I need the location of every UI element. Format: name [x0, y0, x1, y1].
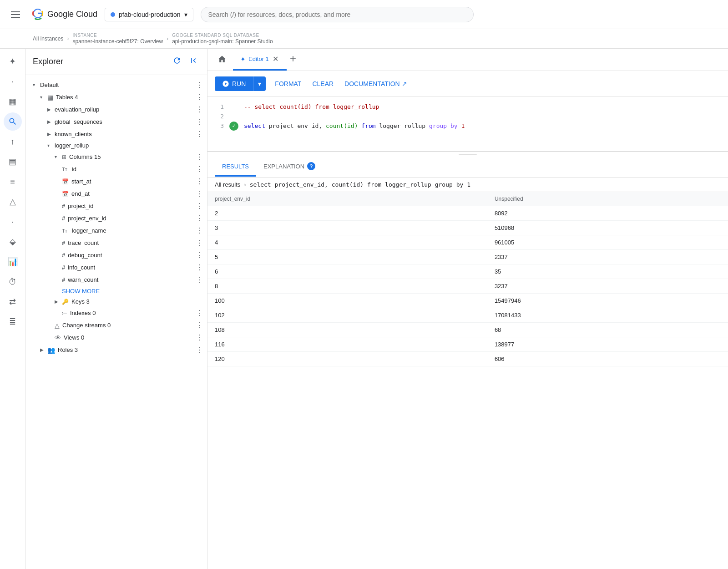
roles-icon: 👥: [47, 346, 55, 354]
database-link[interactable]: api-production-gsql-main: Spanner Studio: [172, 38, 273, 45]
more-debug[interactable]: ⋮: [196, 251, 203, 259]
more-trace[interactable]: ⋮: [196, 239, 203, 247]
cell-unspecified: 961005: [487, 235, 728, 250]
tree-label-trace: trace_count: [68, 239, 99, 246]
tree-item-eval-rollup[interactable]: ▶ evaluation_rollup ⋮: [25, 103, 207, 116]
sidebar-icon-alert[interactable]: △: [4, 193, 22, 211]
tree-item-columns[interactable]: ▾ ⊞ Columns 15 ⋮: [25, 151, 207, 163]
more-start[interactable]: ⋮: [196, 177, 203, 186]
results-tab-explanation[interactable]: EXPLANATION ?: [256, 157, 323, 177]
query-editor[interactable]: 1 -- select count(id) from logger_rollup…: [207, 97, 728, 152]
tree-item-info-count[interactable]: # info_count ⋮: [25, 261, 207, 274]
tab-home[interactable]: [211, 49, 233, 71]
sidebar-icon-dot2[interactable]: ·: [4, 213, 22, 231]
hamburger-menu[interactable]: [7, 8, 24, 21]
more-project-env[interactable]: ⋮: [196, 214, 203, 223]
sidebar-icon-list[interactable]: ≡: [4, 173, 22, 191]
cell-project-env-id: 116: [207, 337, 487, 352]
tree-item-default[interactable]: ▾ Default ⋮: [25, 79, 207, 91]
explorer-content: ▾ Default ⋮ ▾ ▦ Tables 4 ⋮ ▶ evaluation_…: [25, 75, 207, 569]
sidebar-icon-dot1[interactable]: ·: [4, 72, 22, 91]
tree-item-end-at[interactable]: 📅 end_at ⋮: [25, 188, 207, 200]
collapse-button[interactable]: [187, 54, 200, 69]
tree-item-global-seq[interactable]: ▶ global_sequences ⋮: [25, 116, 207, 128]
more-info[interactable]: ⋮: [196, 263, 203, 272]
table-row: 116138977: [207, 337, 728, 352]
tree-item-roles[interactable]: ▶ 👥 Roles 3 ⋮: [25, 344, 207, 356]
add-tab-button[interactable]: [288, 54, 298, 66]
project-selector[interactable]: pfab-cloud-production ▾: [105, 8, 193, 21]
show-more-button[interactable]: SHOW MORE: [25, 286, 103, 296]
documentation-button[interactable]: DOCUMENTATION ↗: [343, 76, 409, 91]
sidebar-icon-filter[interactable]: ⇄: [4, 293, 22, 311]
more-global[interactable]: ⋮: [196, 117, 203, 126]
results-tab-results[interactable]: RESULTS: [215, 157, 256, 177]
tree-item-indexes[interactable]: ≔ Indexes 0 ⋮: [25, 307, 207, 319]
tree-item-trace-count[interactable]: # trace_count ⋮: [25, 237, 207, 249]
hash-icon-warn: #: [62, 276, 65, 283]
more-columns[interactable]: ⋮: [196, 152, 203, 161]
sidebar-icon-upload[interactable]: ↑: [4, 132, 22, 151]
results-query-text: select project_env_id, count(id) from lo…: [250, 181, 470, 188]
table-row: 120606: [207, 352, 728, 366]
run-button-main[interactable]: RUN: [215, 76, 253, 91]
more-indexes[interactable]: ⋮: [196, 309, 203, 317]
tree-item-logger-rollup[interactable]: ▾ logger_rollup: [25, 140, 207, 151]
clear-button[interactable]: CLEAR: [310, 76, 335, 91]
tree-label-debug: debug_count: [68, 252, 102, 259]
more-eval[interactable]: ⋮: [196, 105, 203, 114]
tree-item-project-env-id[interactable]: # project_env_id ⋮: [25, 212, 207, 224]
search-input[interactable]: [201, 7, 474, 22]
tree-item-tables[interactable]: ▾ ▦ Tables 4 ⋮: [25, 91, 207, 103]
refresh-button[interactable]: [171, 54, 183, 69]
tree-item-views[interactable]: 👁 Views 0 ⋮: [25, 331, 207, 344]
cell-project-env-id: 2: [207, 206, 487, 221]
sidebar-icon-wrench[interactable]: ✦: [4, 52, 22, 71]
cell-unspecified: 3237: [487, 279, 728, 294]
more-id[interactable]: ⋮: [196, 165, 203, 173]
instance-link[interactable]: spanner-instance-cebf5f27: Overview: [72, 38, 163, 45]
resize-handle[interactable]: [207, 152, 728, 157]
sidebar-icon-grid[interactable]: ▦: [4, 92, 22, 111]
format-button[interactable]: FORMAT: [273, 76, 303, 91]
more-roles[interactable]: ⋮: [196, 345, 203, 354]
more-warn[interactable]: ⋮: [196, 275, 203, 284]
more-streams[interactable]: ⋮: [196, 321, 203, 330]
breadcrumb-all-instances[interactable]: All instances: [33, 36, 63, 42]
tree-item-warn-count[interactable]: # warn_count ⋮: [25, 274, 207, 286]
cell-project-env-id: 3: [207, 221, 487, 235]
tree-item-known-clients[interactable]: ▶ known_clients ⋮: [25, 128, 207, 140]
tab-close-button[interactable]: ✕: [272, 55, 279, 64]
sidebar-icon-search[interactable]: [4, 112, 22, 131]
sidebar-icon-layers[interactable]: ⬙: [4, 233, 22, 251]
data-table: project_env_id Unspecified 2809235109684…: [207, 192, 728, 569]
sidebar-icon-table[interactable]: ▤: [4, 152, 22, 171]
more-tables[interactable]: ⋮: [196, 93, 203, 102]
tab-editor-1[interactable]: ✦ Editor 1 ✕: [233, 49, 287, 71]
tab-bar: ✦ Editor 1 ✕: [207, 49, 728, 71]
more-default[interactable]: ⋮: [196, 81, 203, 89]
tree-item-project-id[interactable]: # project_id ⋮: [25, 200, 207, 212]
hash-icon-debug: #: [62, 252, 65, 259]
tree-label-global: global_sequences: [55, 118, 102, 125]
more-logger-name[interactable]: ⋮: [196, 226, 203, 235]
tree-item-logger-name[interactable]: Tт logger_name ⋮: [25, 224, 207, 237]
tree-label-roles: Roles 3: [58, 346, 78, 353]
tree-item-debug-count[interactable]: # debug_count ⋮: [25, 249, 207, 261]
tree-item-change-streams[interactable]: △ Change streams 0 ⋮: [25, 319, 207, 331]
run-dropdown[interactable]: ▾: [253, 76, 266, 91]
tree-item-start-at[interactable]: 📅 start_at ⋮: [25, 175, 207, 188]
stream-icon: △: [55, 322, 60, 329]
sidebar-icon-clock[interactable]: ⏱: [4, 273, 22, 291]
sidebar-icon-lines[interactable]: ≣: [4, 313, 22, 331]
more-end[interactable]: ⋮: [196, 189, 203, 198]
sidebar-icon-chart[interactable]: 📊: [4, 253, 22, 271]
text-icon-logger: Tт: [62, 228, 67, 234]
table-row: 10015497946: [207, 294, 728, 308]
more-project-id[interactable]: ⋮: [196, 202, 203, 210]
code-line-3: select project_env_id, count(id) from lo…: [244, 122, 465, 131]
more-views[interactable]: ⋮: [196, 333, 203, 342]
tree-item-id[interactable]: Tт id ⋮: [25, 163, 207, 175]
more-known[interactable]: ⋮: [196, 130, 203, 138]
tree-item-keys[interactable]: ▶ 🔑 Keys 3: [25, 296, 207, 307]
